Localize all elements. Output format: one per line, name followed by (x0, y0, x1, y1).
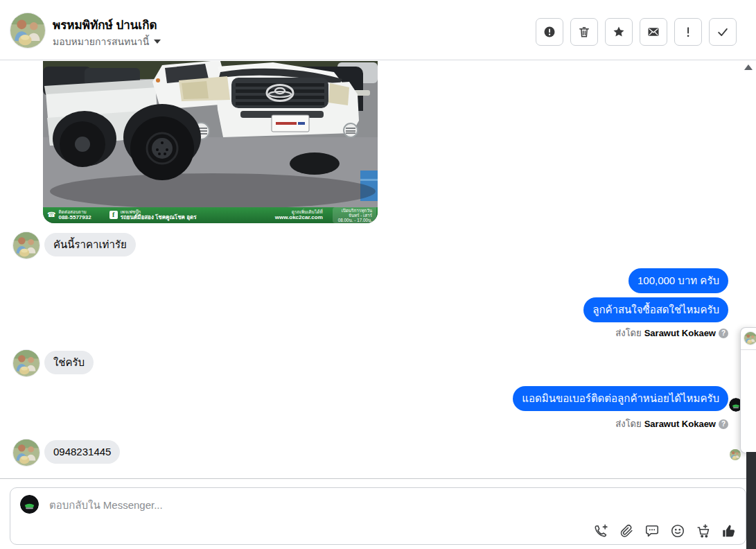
user-avatar[interactable] (12, 349, 40, 377)
reply-composer[interactable] (10, 487, 746, 545)
cart-add-icon (696, 523, 711, 539)
phone-add-icon (593, 523, 608, 539)
products-cart-button[interactable] (695, 523, 712, 539)
phone-icon: ☎ (47, 211, 55, 219)
user-avatar[interactable] (12, 232, 40, 259)
mark-unread-button[interactable] (640, 18, 667, 46)
header-action-bar (536, 18, 737, 46)
star-icon (612, 25, 626, 39)
floating-popup-body-dark (746, 452, 756, 549)
chat-composer-divider (0, 478, 756, 479)
user-avatar[interactable] (10, 12, 46, 49)
alert-circle-icon (543, 25, 556, 39)
check-icon (716, 25, 730, 39)
floating-popup-header (741, 328, 756, 350)
message-bubble-outgoing[interactable]: ลูกค้าสนใจซื้อสดใช่ไหมครับ (583, 297, 728, 322)
banner-facebook: f เพจเฟซบุ๊ก รถยนต์มือสอง โชคคูณโชค อุดร (109, 210, 197, 220)
like-button[interactable] (721, 523, 737, 539)
envelope-icon (647, 25, 660, 39)
message-bubble-incoming[interactable]: คันนี้ราคาเท่ารัย (44, 233, 136, 256)
assign-conversation-label: มอบหมายการสนทนานี้ (53, 34, 149, 49)
seen-indicator-avatar (730, 449, 741, 460)
attach-file-button[interactable] (618, 523, 635, 539)
help-icon[interactable]: ? (719, 419, 728, 429)
message-bubble-incoming[interactable]: 0948231445 (44, 440, 120, 464)
add-phone-contact-button[interactable] (592, 523, 609, 539)
assign-conversation-dropdown[interactable]: มอบหมายการสนทนานี้ (53, 34, 161, 49)
thumbs-up-icon (721, 523, 737, 539)
smiley-icon (670, 523, 685, 539)
mark-important-button[interactable] (674, 18, 702, 46)
facebook-icon: f (109, 211, 118, 219)
comment-dots-icon (644, 523, 660, 539)
user-avatar (744, 331, 756, 345)
dealer-banner: ☎ ติดต่อสอบถาม 088-5577932 f เพจเฟซบุ๊ก … (43, 207, 378, 223)
trash-icon (577, 25, 591, 39)
user-avatar[interactable] (12, 439, 40, 467)
emoji-button[interactable] (669, 523, 686, 539)
banner-contact: ☎ ติดต่อสอบถาม 088-5577932 (47, 210, 91, 220)
paperclip-icon (619, 523, 634, 539)
floating-chat-popup[interactable] (740, 327, 756, 453)
saved-replies-button[interactable] (644, 523, 660, 539)
sent-by-line: ส่งโดย Sarawut Kokaew ? (615, 326, 728, 340)
conversation-user-name: พรหมพิทักษ์ ปานเกิด (53, 15, 157, 34)
star-button[interactable] (605, 18, 633, 46)
banner-hours: เปิดบริการทุกวัน จันทร์ - เสาร์ 08.00น. … (333, 207, 376, 223)
mark-done-button[interactable] (709, 18, 737, 46)
truck-photo-illustration (43, 61, 378, 223)
attachment-photo-truck[interactable]: ☎ ติดต่อสอบถาม 088-5577932 f เพจเฟซบุ๊ก … (43, 61, 378, 223)
chevron-down-icon (154, 40, 161, 44)
conversation-header: พรหมพิทักษ์ ปานเกิด มอบหมายการสนทนานี้ (0, 0, 756, 60)
message-bubble-incoming[interactable]: ใช่ครับ (44, 351, 94, 374)
message-bubble-outgoing[interactable]: แอดมินขอเบอร์ติดต่อลูกค้าหน่อยได้ไหมครับ (513, 386, 728, 411)
composer-toolbar (592, 523, 737, 539)
exclamation-icon (681, 25, 695, 39)
reply-input[interactable] (48, 496, 397, 513)
scrollbar-up-arrow[interactable] (744, 64, 753, 70)
delete-button[interactable] (570, 18, 598, 46)
banner-website: ดูรถเพิ่มเติมได้ที่ www.okc2car.com (275, 210, 323, 220)
sent-by-line: ส่งโดย Sarawut Kokaew ? (615, 417, 728, 431)
message-bubble-outgoing[interactable]: 100,000 บาท ครับ (628, 268, 728, 293)
help-icon[interactable]: ? (719, 329, 728, 338)
report-button[interactable] (536, 18, 563, 46)
page-avatar (20, 495, 39, 514)
